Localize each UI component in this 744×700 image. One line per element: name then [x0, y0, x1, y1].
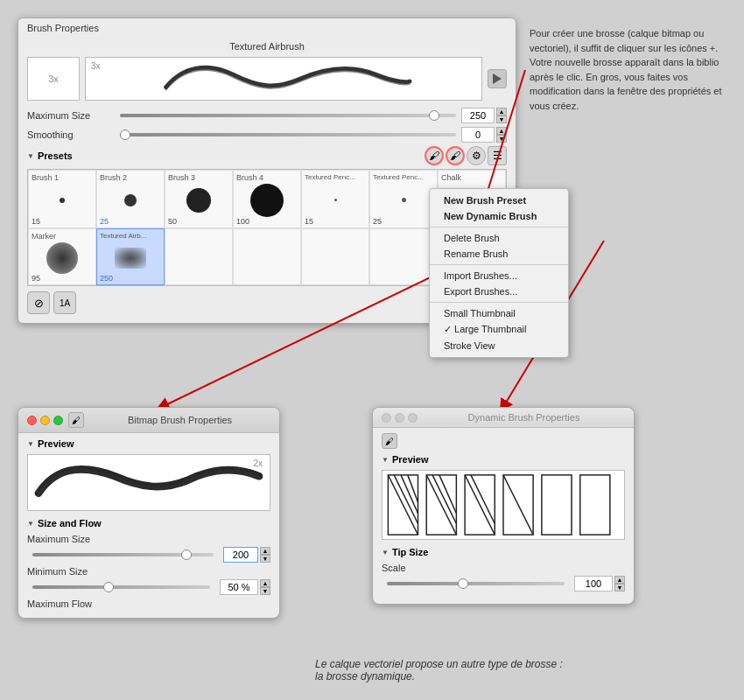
menu-small-thumbnail[interactable]: Small Thumbnail — [430, 305, 568, 321]
size-flow-header: ▼ Size and Flow — [27, 518, 270, 528]
max-size-track[interactable] — [120, 114, 456, 117]
max-size-up[interactable]: ▲ — [496, 108, 507, 116]
play-icon — [493, 74, 502, 84]
preset-icon-3[interactable]: ⚙ — [467, 146, 486, 165]
minimize-button[interactable] — [40, 416, 50, 425]
preset-brush3[interactable]: Brush 3 50 — [165, 170, 233, 228]
bitmap-max-size-down[interactable]: ▼ — [260, 555, 270, 563]
menu-divider-2 — [430, 264, 568, 265]
menu-rename-brush[interactable]: Rename Brush — [430, 246, 568, 262]
menu-large-thumbnail[interactable]: Large Thumbnail — [430, 321, 568, 338]
size-flow-triangle[interactable]: ▼ — [27, 520, 34, 528]
dynamic-preview-triangle[interactable]: ▼ — [382, 456, 389, 464]
preview-header: ▼ Preview — [27, 438, 270, 449]
max-size-down[interactable]: ▼ — [496, 116, 507, 123]
bitmap-max-size-input[interactable] — [223, 547, 258, 563]
bitmap-min-size-up[interactable]: ▲ — [260, 579, 270, 587]
dynamic-panel: Dynamic Brush Properties 🖌 ▼ Preview — [372, 407, 635, 605]
dynamic-minimize-button[interactable] — [395, 413, 404, 423]
preview-triangle[interactable]: ▼ — [27, 440, 34, 448]
preset-icon-1[interactable]: 🖌 — [425, 146, 444, 165]
smoothing-up[interactable]: ▲ — [496, 127, 507, 135]
dynamic-scale-thumb[interactable] — [458, 578, 468, 589]
brush-name-bar: Textured Airbrush — [27, 41, 507, 52]
max-size-value[interactable]: 250 — [461, 108, 495, 123]
preset-icon-2[interactable]: 🖌 — [446, 146, 465, 165]
dynamic-titlebar: Dynamic Brush Properties — [373, 408, 634, 428]
smoothing-label: Smoothing — [27, 130, 115, 140]
preview-stroke: 3x — [85, 57, 482, 101]
bitmap-max-size-spinner[interactable]: ▲ ▼ — [260, 547, 270, 563]
stroke-label: 3x — [91, 61, 101, 71]
preset-textured-airbrush[interactable]: Textured Airb... 250 — [96, 228, 165, 285]
svg-line-10 — [432, 475, 456, 524]
bottom-icon-2[interactable]: 1A — [53, 291, 76, 314]
menu-divider-3 — [430, 302, 568, 303]
bottom-icon-1[interactable]: ⊘ — [27, 291, 50, 314]
preset-brush4[interactable]: Brush 4 100 — [233, 170, 301, 228]
dynamic-stroke-svg — [383, 471, 624, 539]
bitmap-min-size-row: 50 % ▲ ▼ — [27, 579, 270, 595]
bitmap-min-size-down[interactable]: ▼ — [260, 587, 270, 595]
preset-textured1[interactable]: Textured Penc... 15 — [301, 170, 369, 228]
menu-new-brush-preset[interactable]: New Brush Preset — [430, 192, 568, 208]
preview-multiplier: 2x — [253, 458, 263, 468]
dynamic-icon[interactable]: 🖌 — [382, 433, 397, 449]
svg-line-5 — [394, 475, 418, 524]
max-size-row: Maximum Size 250 ▲ ▼ — [27, 108, 507, 123]
dynamic-close-button[interactable] — [382, 413, 391, 423]
dynamic-preview-header: ▼ Preview — [382, 454, 625, 465]
bottom-annotation-text: Le calque vectoriel propose un autre typ… — [315, 658, 563, 682]
preview-row: 3x 3x — [27, 57, 507, 101]
preset-brush2[interactable]: Brush 2 25 — [96, 170, 165, 228]
preset-empty3 — [301, 228, 369, 285]
preset-textured2[interactable]: Textured Penc... 25 — [369, 170, 438, 228]
dynamic-scale-up[interactable]: ▲ — [614, 576, 625, 584]
context-menu: New Brush Preset New Dynamic Brush Delet… — [429, 188, 569, 358]
dynamic-preview — [382, 470, 625, 540]
preset-menu-btn[interactable]: ☰ — [488, 146, 507, 165]
dynamic-scale-spinner[interactable]: ▲ ▼ — [614, 576, 625, 592]
bitmap-max-size-thumb[interactable] — [181, 550, 192, 560]
max-size-spinner[interactable]: ▲ ▼ — [496, 108, 507, 123]
bitmap-stroke-svg — [28, 455, 270, 510]
tip-size-triangle[interactable]: ▼ — [382, 549, 389, 556]
dynamic-maximize-button[interactable] — [408, 413, 418, 423]
preset-empty2 — [233, 228, 301, 285]
smoothing-thumb[interactable] — [120, 130, 130, 140]
presets-triangle[interactable]: ▼ — [27, 152, 34, 160]
bitmap-icon[interactable]: 🖌 — [68, 412, 84, 428]
preset-marker[interactable]: Marker 95 — [28, 228, 96, 285]
dynamic-scale-track[interactable] — [387, 582, 565, 585]
smoothing-value[interactable]: 0 — [461, 127, 495, 143]
menu-import-brushes[interactable]: Import Brushes... — [430, 268, 568, 284]
smoothing-down[interactable]: ▼ — [496, 135, 507, 143]
menu-stroke-view[interactable]: Stroke View — [430, 338, 568, 354]
menu-export-brushes[interactable]: Export Brushes... — [430, 284, 568, 299]
bitmap-panel: 🖌 Bitmap Brush Properties ▼ Preview 2x ▼… — [18, 407, 280, 619]
min-size-label-bitmap: Minimum Size — [27, 566, 270, 577]
preset-empty4 — [369, 228, 438, 285]
menu-delete-brush[interactable]: Delete Brush — [430, 230, 568, 246]
play-button[interactable] — [488, 69, 507, 88]
smoothing-spinner[interactable]: ▲ ▼ — [496, 127, 507, 143]
panel-title: Brush Properties — [18, 18, 516, 36]
dynamic-scale-value[interactable]: 100 — [574, 576, 613, 592]
max-size-label-bitmap: Maximum Size — [27, 534, 270, 544]
bottom-annotation: Le calque vectoriel propose un autre typ… — [315, 658, 563, 682]
preset-brush1[interactable]: Brush 1 15 — [28, 170, 96, 228]
bitmap-min-size-spinner[interactable]: ▲ ▼ — [260, 579, 270, 595]
smoothing-track[interactable] — [120, 133, 456, 136]
close-button[interactable] — [27, 416, 37, 425]
bitmap-min-size-value[interactable]: 50 % — [220, 579, 258, 595]
bitmap-min-size-track[interactable] — [32, 585, 210, 589]
maximize-button[interactable] — [53, 416, 63, 425]
menu-divider-1 — [430, 227, 568, 228]
max-size-thumb[interactable] — [429, 110, 439, 121]
bitmap-min-size-thumb[interactable] — [103, 582, 114, 592]
bitmap-titlebar: 🖌 Bitmap Brush Properties — [18, 408, 279, 433]
bitmap-max-size-up[interactable]: ▲ — [260, 547, 270, 555]
dynamic-scale-down[interactable]: ▼ — [614, 584, 625, 592]
menu-new-dynamic-brush[interactable]: New Dynamic Brush — [430, 208, 568, 224]
bitmap-max-size-track[interactable] — [32, 553, 214, 556]
